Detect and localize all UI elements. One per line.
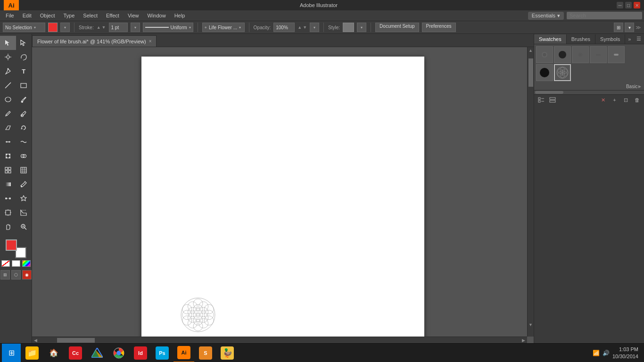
- taskbar-app-drive[interactable]: [87, 344, 107, 362]
- taskbar-app-chrome[interactable]: [108, 344, 129, 362]
- direct-selection-tool[interactable]: [16, 36, 32, 50]
- fill-color-box[interactable]: [6, 239, 17, 251]
- tab-brushes[interactable]: Brushes: [567, 34, 595, 44]
- slice-tool[interactable]: [16, 206, 32, 220]
- mesh-tool[interactable]: [16, 163, 32, 177]
- stroke-type-dropdown[interactable]: ▾: [131, 23, 140, 32]
- opacity-input[interactable]: [273, 23, 295, 32]
- new-brush-button[interactable]: +: [609, 96, 619, 104]
- menu-select[interactable]: Select: [79, 12, 101, 19]
- close-button[interactable]: ✕: [634, 2, 640, 8]
- taskbar-app-slideshare[interactable]: S: [195, 344, 216, 362]
- extra-options-dropdown[interactable]: ▾: [625, 23, 634, 32]
- gradient-fill-button[interactable]: [22, 260, 31, 267]
- essentials-dropdown[interactable]: Essentials ▾: [528, 12, 564, 20]
- zoom-tool[interactable]: [16, 220, 32, 234]
- blend-tool[interactable]: [0, 191, 16, 206]
- gradient-tool[interactable]: [0, 177, 16, 191]
- menu-type[interactable]: Type: [60, 12, 79, 19]
- rotate-tool[interactable]: [16, 121, 32, 135]
- taskbar-app-duck[interactable]: 🦆: [217, 344, 238, 362]
- panel-scroll-thumb[interactable]: [535, 91, 563, 94]
- fill-color-swatch[interactable]: [48, 23, 58, 32]
- scroll-thumb-vertical[interactable]: [528, 58, 533, 87]
- menu-view[interactable]: View: [124, 12, 143, 19]
- minimize-button[interactable]: ─: [617, 2, 623, 8]
- delete-brush-button[interactable]: ✕: [598, 96, 608, 104]
- eraser-tool[interactable]: [0, 121, 16, 135]
- canvas-vertical-scrollbar[interactable]: ▲ ▼: [527, 47, 534, 337]
- menu-effect[interactable]: Effect: [102, 12, 123, 19]
- pencil-tool[interactable]: [0, 107, 16, 121]
- scroll-right-button[interactable]: ▶: [521, 338, 526, 343]
- brush-swatch-6[interactable]: [536, 64, 553, 81]
- fill-dropdown[interactable]: ▾: [60, 23, 70, 32]
- opacity-dropdown[interactable]: ▾: [310, 23, 319, 32]
- brush-swatch-4[interactable]: [590, 46, 607, 63]
- type-tool[interactable]: T: [16, 64, 32, 78]
- live-paint-tool[interactable]: [16, 191, 32, 206]
- tab-close-button[interactable]: ×: [149, 39, 152, 44]
- menu-window[interactable]: Window: [144, 12, 170, 19]
- color-fill-button[interactable]: [12, 260, 20, 267]
- line-tool[interactable]: [0, 78, 16, 92]
- brush-name-dropdown[interactable]: ● Life Flower ... ▾: [202, 23, 245, 32]
- document-tab[interactable]: Flower of life brush.ai* @ 141% (RGB/Pre…: [32, 35, 157, 47]
- scroll-thumb-horizontal[interactable]: [57, 338, 95, 343]
- start-button[interactable]: ⊞: [2, 344, 21, 362]
- perspective-tool[interactable]: [0, 163, 16, 177]
- selection-dropdown[interactable]: No Selection ▾: [3, 23, 45, 32]
- menu-file[interactable]: File: [2, 12, 18, 19]
- tab-swatches[interactable]: Swatches: [534, 34, 567, 44]
- panel-horizontal-scrollbar[interactable]: [534, 90, 644, 94]
- preferences-button[interactable]: Preferences: [422, 23, 456, 32]
- taskbar-app-explorer[interactable]: 📁: [22, 344, 42, 362]
- shape-builder-tool[interactable]: [16, 149, 32, 163]
- taskbar-app-illustrator[interactable]: Ai: [173, 344, 194, 362]
- stroke-style-dropdown[interactable]: Uniform ▾: [143, 23, 193, 32]
- none-fill-button[interactable]: [1, 260, 10, 267]
- hand-tool[interactable]: [0, 220, 16, 234]
- maximize-button[interactable]: □: [625, 2, 632, 8]
- taskbar-app-cc[interactable]: Cc: [65, 344, 86, 362]
- brush-swatch-5[interactable]: [608, 46, 625, 63]
- brush-swatch-flower[interactable]: [554, 64, 571, 81]
- rect-tool[interactable]: [16, 78, 32, 92]
- brush-swatch-1[interactable]: [536, 46, 553, 63]
- panel-more-button[interactable]: »: [625, 34, 634, 44]
- scale-tool[interactable]: [0, 135, 16, 149]
- show-brushes-button[interactable]: [536, 96, 546, 104]
- search-input[interactable]: [567, 12, 642, 19]
- scroll-left-button[interactable]: ◀: [33, 338, 38, 343]
- menu-help[interactable]: Help: [171, 12, 189, 19]
- change-screen-mode[interactable]: ⊞: [0, 270, 10, 280]
- magic-wand-tool[interactable]: [0, 50, 16, 64]
- panel-menu-button[interactable]: ☰: [634, 34, 644, 44]
- artboard[interactable]: [141, 57, 424, 343]
- draw-mode[interactable]: ⬡: [11, 270, 21, 280]
- menu-object[interactable]: Object: [36, 12, 59, 19]
- stroke-weight-input[interactable]: [109, 23, 128, 32]
- brush-swatch-3[interactable]: [572, 46, 589, 63]
- scroll-up-button[interactable]: ▲: [528, 47, 534, 54]
- remove-brush[interactable]: 🗑: [632, 96, 642, 104]
- eyedropper-tool[interactable]: [16, 177, 32, 191]
- tab-symbols[interactable]: Symbols: [595, 34, 625, 44]
- style-dropdown[interactable]: ▾: [357, 23, 366, 32]
- color-guide[interactable]: ◉: [22, 270, 32, 280]
- canvas-horizontal-scrollbar[interactable]: ◀ ▶: [32, 337, 527, 343]
- warp-tool[interactable]: [16, 135, 32, 149]
- taskbar-app-photoshop[interactable]: Ps: [152, 344, 173, 362]
- arrange-dropdown[interactable]: ⊞: [614, 23, 623, 32]
- blob-brush-tool[interactable]: [16, 107, 32, 121]
- taskbar-app-home[interactable]: 🏠: [43, 344, 64, 362]
- brush-swatch-2[interactable]: [554, 46, 571, 63]
- menu-edit[interactable]: Edit: [19, 12, 35, 19]
- selection-tool[interactable]: [0, 36, 16, 50]
- paintbrush-tool[interactable]: [16, 92, 32, 107]
- free-transform-tool[interactable]: [0, 149, 16, 163]
- ellipse-tool[interactable]: [0, 92, 16, 107]
- artboard-tool[interactable]: [0, 206, 16, 220]
- document-setup-button[interactable]: Document Setup: [375, 23, 419, 32]
- taskbar-app-indesign[interactable]: Id: [130, 344, 151, 362]
